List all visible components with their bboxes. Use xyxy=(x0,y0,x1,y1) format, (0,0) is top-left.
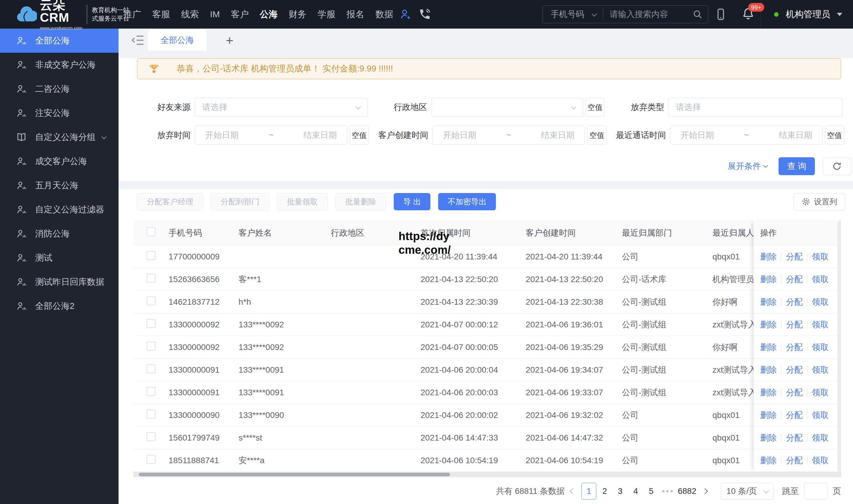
claim-link[interactable]: 领取 xyxy=(812,455,829,466)
region-select[interactable] xyxy=(431,98,583,117)
notifications[interactable]: 99+ xyxy=(742,7,755,21)
horizontal-scrollbar[interactable] xyxy=(133,472,841,477)
jump-page-input[interactable] xyxy=(804,483,828,500)
assign-link[interactable]: 分配 xyxy=(786,432,803,444)
claim-link[interactable]: 领取 xyxy=(812,342,829,353)
assign-link[interactable]: 分配 xyxy=(786,410,803,421)
top-nav-item[interactable]: 客户 xyxy=(231,8,249,21)
delete-link[interactable]: 删除 xyxy=(760,251,777,263)
abandon-time-range[interactable]: 开始日期 ~ 结束日期 xyxy=(195,126,347,145)
next-page-icon[interactable] xyxy=(702,488,708,494)
top-nav-item[interactable]: IM xyxy=(210,9,220,19)
row-checkbox[interactable] xyxy=(147,274,156,283)
claim-link[interactable]: 领取 xyxy=(812,387,829,398)
sidebar-item[interactable]: 注安公海 xyxy=(0,101,119,125)
column-settings-button[interactable]: 设置列 xyxy=(794,193,845,210)
assign-link[interactable]: 分配 xyxy=(786,364,803,376)
sidebar-item[interactable]: 五月天公海 xyxy=(0,173,119,197)
top-nav-item[interactable]: 财务 xyxy=(289,8,307,21)
top-nav-item[interactable]: 公海 xyxy=(260,8,277,21)
row-checkbox[interactable] xyxy=(147,319,156,328)
sidebar-item[interactable]: 自定义公海过滤器 xyxy=(0,197,119,222)
export-button[interactable]: 导 出 xyxy=(394,193,430,210)
claim-link[interactable]: 领取 xyxy=(812,432,829,444)
sidebar-item[interactable]: 二咨公海 xyxy=(0,77,119,101)
page-number[interactable]: 2 xyxy=(597,486,612,496)
mobile-device-icon[interactable] xyxy=(714,8,727,21)
batch-claim-button[interactable]: 批量领取 xyxy=(277,193,328,210)
delete-link[interactable]: 删除 xyxy=(760,319,777,330)
create-time-range[interactable]: 开始日期 ~ 结束日期 xyxy=(433,126,585,145)
claim-link[interactable]: 领取 xyxy=(812,364,829,376)
row-checkbox[interactable] xyxy=(147,410,156,418)
prev-page-icon[interactable] xyxy=(570,488,576,494)
refresh-button[interactable] xyxy=(823,157,851,175)
row-checkbox[interactable] xyxy=(147,296,156,305)
page-number[interactable]: 4 xyxy=(629,486,643,496)
last-page-number[interactable]: 6882 xyxy=(678,486,696,496)
search-input[interactable] xyxy=(610,10,692,19)
delete-link[interactable]: 删除 xyxy=(760,296,777,308)
assign-manager-button[interactable]: 分配客户经理 xyxy=(137,193,203,210)
select-all-checkbox[interactable] xyxy=(147,227,156,236)
page-number[interactable]: 3 xyxy=(613,486,627,496)
last-call-time-empty-button[interactable]: 空值 xyxy=(825,126,844,145)
assign-link[interactable]: 分配 xyxy=(786,342,803,353)
search-icon[interactable] xyxy=(692,9,703,19)
assign-link[interactable]: 分配 xyxy=(786,387,803,398)
delete-link[interactable]: 删除 xyxy=(760,274,777,285)
row-checkbox[interactable] xyxy=(147,251,156,260)
sidebar-item[interactable]: 非成交客户公海 xyxy=(0,53,119,77)
delete-link[interactable]: 删除 xyxy=(760,342,777,353)
user-menu[interactable]: 机构管理员 xyxy=(774,8,842,21)
assign-dept-button[interactable]: 分配到部门 xyxy=(211,193,269,210)
scrollbar-thumb[interactable] xyxy=(139,473,450,476)
assign-link[interactable]: 分配 xyxy=(786,274,803,285)
abandon-type-select[interactable]: 请选择 xyxy=(668,98,842,117)
page-ellipsis[interactable]: ••• xyxy=(662,486,674,496)
claim-link[interactable]: 领取 xyxy=(812,251,829,263)
assign-link[interactable]: 分配 xyxy=(786,319,803,330)
query-button[interactable]: 查 询 xyxy=(779,157,815,175)
claim-link[interactable]: 领取 xyxy=(812,296,829,308)
claim-link[interactable]: 领取 xyxy=(812,274,829,285)
phone-call-icon[interactable] xyxy=(418,8,431,21)
page-number[interactable]: 1 xyxy=(581,483,596,500)
create-time-empty-button[interactable]: 空值 xyxy=(587,126,606,145)
page-number[interactable]: 5 xyxy=(644,486,658,496)
assign-link[interactable]: 分配 xyxy=(786,251,803,263)
add-contact-icon[interactable] xyxy=(399,8,412,21)
search-category[interactable]: 手机号码 xyxy=(551,8,584,20)
row-checkbox[interactable] xyxy=(147,432,156,441)
delete-link[interactable]: 删除 xyxy=(760,455,777,466)
top-nav-item[interactable]: 线索 xyxy=(181,8,199,21)
assign-link[interactable]: 分配 xyxy=(786,296,803,308)
delete-link[interactable]: 删除 xyxy=(760,364,777,376)
sidebar-item[interactable]: 成交客户公海 xyxy=(0,149,119,173)
row-checkbox[interactable] xyxy=(147,342,156,350)
delete-link[interactable]: 删除 xyxy=(760,410,777,421)
row-checkbox[interactable] xyxy=(147,364,156,373)
row-checkbox[interactable] xyxy=(147,387,156,396)
sidebar-item[interactable]: 消防公海 xyxy=(0,222,119,246)
page-size-select[interactable]: 10 条/页 xyxy=(721,483,774,500)
friend-source-select[interactable]: 请选择 xyxy=(195,98,367,117)
last-call-time-range[interactable]: 开始日期 ~ 结束日期 xyxy=(670,126,823,145)
sidebar-item[interactable]: 全部公海 xyxy=(0,29,119,53)
claim-link[interactable]: 领取 xyxy=(812,410,829,421)
expand-conditions-link[interactable]: 展开条件 xyxy=(728,161,767,172)
add-tab-button[interactable]: + xyxy=(226,34,234,47)
row-checkbox[interactable] xyxy=(147,455,156,464)
sidebar-item[interactable]: 自定义公海分组 xyxy=(0,125,119,149)
top-nav-item[interactable]: 学服 xyxy=(317,8,335,21)
sidebar-item[interactable]: 测试 xyxy=(0,246,119,270)
region-empty-button[interactable]: 空值 xyxy=(585,98,605,117)
claim-link[interactable]: 领取 xyxy=(812,319,829,330)
abandon-time-empty-button[interactable]: 空值 xyxy=(350,126,369,145)
sidebar-item[interactable]: 全部公海2 xyxy=(0,294,119,318)
top-nav-item[interactable]: 客服 xyxy=(152,8,170,21)
tab-all-pool[interactable]: 全部公海 xyxy=(148,30,207,51)
delete-link[interactable]: 删除 xyxy=(760,432,777,444)
top-nav-item[interactable]: 推广 xyxy=(123,8,141,21)
delete-link[interactable]: 删除 xyxy=(760,387,777,398)
